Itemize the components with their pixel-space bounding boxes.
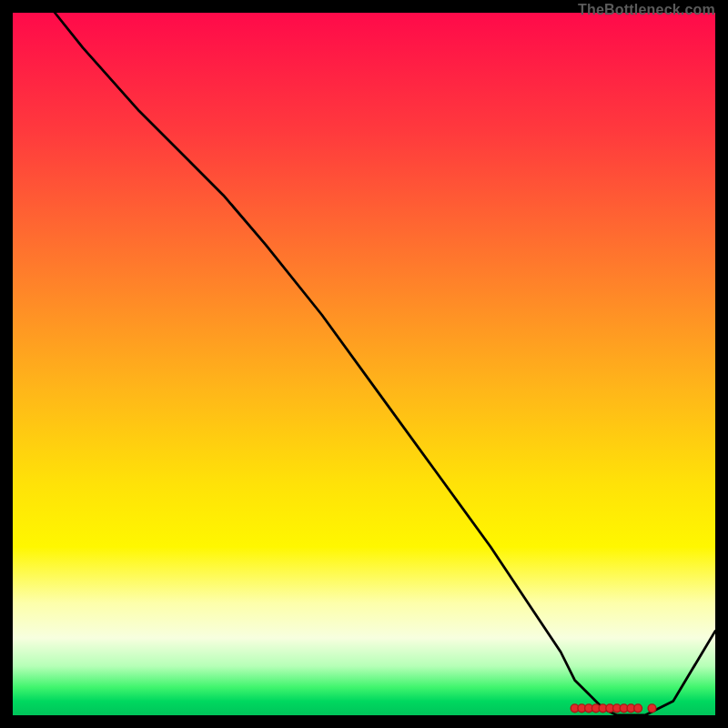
plot-area: [13, 13, 715, 715]
attribution-text: TheBottleneck.com: [578, 2, 715, 18]
marker-group: [571, 704, 656, 713]
marker-point: [634, 704, 642, 713]
marker-point: [648, 704, 656, 713]
chart-svg: [13, 13, 715, 715]
series-line: [55, 13, 715, 715]
